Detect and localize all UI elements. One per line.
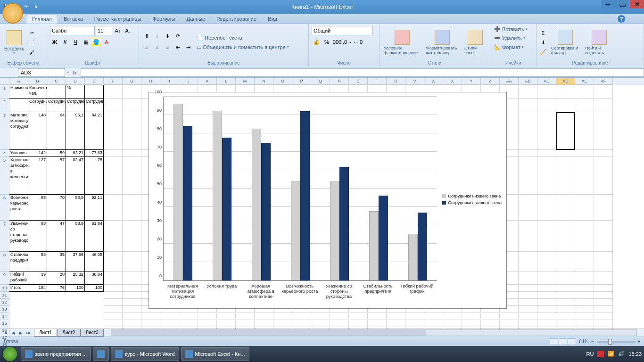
cell-B7[interactable]: 83 <box>28 221 47 252</box>
row-header-8[interactable]: 8 <box>0 252 9 272</box>
col-header-S[interactable]: S <box>349 78 368 85</box>
page-layout-button[interactable] <box>559 338 567 345</box>
cell-A2[interactable] <box>9 99 28 112</box>
find-select-button[interactable]: Найти и выделить <box>583 29 616 56</box>
col-header-H[interactable]: H <box>141 78 160 85</box>
col-header-C[interactable]: C <box>47 78 66 85</box>
maximize-button[interactable]: ▭ <box>615 0 629 8</box>
cell-E4[interactable]: 77,63 <box>85 150 104 157</box>
select-all-corner[interactable] <box>0 78 9 85</box>
row-header-1[interactable]: 1 <box>0 85 9 99</box>
qat-more-icon[interactable]: ▾ <box>32 3 40 11</box>
cell-C3[interactable]: 64 <box>47 112 66 150</box>
cell-A1[interactable]: Наименование <box>9 85 28 99</box>
col-header-AF[interactable]: AF <box>594 78 613 85</box>
cell-D7[interactable]: 53,9 <box>66 221 85 252</box>
bold-button[interactable]: Ж <box>50 38 59 46</box>
cell-E2[interactable]: Сотрудники <box>85 99 104 112</box>
tab-2[interactable]: Разметка страницы <box>89 15 147 24</box>
fill-color-icon[interactable]: 🪣 <box>91 38 101 46</box>
col-header-N[interactable]: N <box>255 78 273 85</box>
cell-D2[interactable]: Сотрудники <box>66 99 85 112</box>
cell-E10[interactable]: 100 <box>85 285 104 292</box>
col-header-F[interactable]: F <box>104 78 123 85</box>
tray-network-icon[interactable]: 📶 <box>608 351 614 357</box>
cell-C5[interactable]: 57 <box>47 157 66 195</box>
col-header-G[interactable]: G <box>123 78 141 85</box>
col-header-X[interactable]: X <box>443 78 462 85</box>
row-header-6[interactable]: 6 <box>0 195 9 221</box>
orientation-icon[interactable]: ⟳ <box>173 32 182 41</box>
minimize-button[interactable]: ─ <box>601 0 615 8</box>
row-header-15[interactable]: 15 <box>0 320 9 327</box>
align-top-icon[interactable]: ⬆ <box>142 32 151 41</box>
cell-C9[interactable]: 28 <box>47 272 66 285</box>
sheet-tab-2[interactable]: Лист3 <box>81 329 104 337</box>
col-header-A[interactable]: A <box>9 78 28 85</box>
copy-icon[interactable]: 📄 <box>27 38 37 47</box>
inc-decimal-icon[interactable]: .0→ <box>343 38 352 46</box>
cell-styles-button[interactable]: Стили ячеек <box>462 29 488 56</box>
cell-E9[interactable]: 36,84 <box>85 272 104 285</box>
underline-button[interactable]: Ч <box>71 38 80 46</box>
horizontal-scrollbar[interactable] <box>111 329 637 336</box>
format-cells-button[interactable]: 📐Формат▾ <box>492 43 534 51</box>
sheet-prev-icon[interactable]: ◀ <box>10 329 17 336</box>
indent-inc-icon[interactable]: ⇥ <box>183 43 193 52</box>
row-header-11[interactable]: 11 <box>0 292 9 299</box>
formula-input[interactable] <box>81 68 644 77</box>
sheet-last-icon[interactable]: ⏭ <box>25 329 32 336</box>
cell-B9[interactable]: 39 <box>28 272 47 285</box>
grow-font-icon[interactable]: A↑ <box>113 26 123 35</box>
cell-D6[interactable]: 53,9 <box>66 195 85 221</box>
row-header-14[interactable]: 14 <box>0 313 9 320</box>
cell-D3[interactable]: 96,1 <box>66 112 85 150</box>
font-size-combo[interactable]: 11 <box>96 26 112 35</box>
autosum-icon[interactable]: Σ <box>538 29 548 37</box>
fill-icon[interactable]: ⬇ <box>538 38 548 47</box>
col-header-J[interactable]: J <box>179 78 198 85</box>
cell-C4[interactable]: 59 <box>47 150 66 157</box>
col-header-AD[interactable]: AD <box>556 78 575 85</box>
tab-5[interactable]: Рецензирование <box>211 15 262 24</box>
cell-D9[interactable]: 25,32 <box>66 272 85 285</box>
format-table-button[interactable]: Форматировать как таблицу <box>424 29 461 56</box>
font-color-icon[interactable]: A <box>102 38 111 46</box>
col-header-K[interactable]: K <box>198 78 217 85</box>
cell-C6[interactable]: 70 <box>47 195 66 221</box>
tab-3[interactable]: Формулы <box>147 15 181 24</box>
sort-filter-button[interactable]: Сортировка и фильтр <box>549 29 582 56</box>
row-header-7[interactable]: 7 <box>0 221 9 252</box>
cell-B1[interactable]: Количество чел. <box>28 85 47 99</box>
cell-E1[interactable] <box>85 85 104 99</box>
office-button[interactable] <box>2 3 23 24</box>
col-header-O[interactable]: O <box>273 78 292 85</box>
tab-0[interactable]: Главная <box>26 15 58 24</box>
row-header-12[interactable]: 12 <box>0 299 9 306</box>
tray-clock[interactable]: 18:23 <box>628 351 642 357</box>
tray-volume-icon[interactable]: 🔊 <box>618 351 625 357</box>
cell-B8[interactable]: 58 <box>28 252 47 272</box>
cell-A9[interactable]: Гибкий рабочий график <box>9 272 28 285</box>
cell-C8[interactable]: 35 <box>47 252 66 272</box>
cell-A5[interactable]: Хорошая атмосфера в коллективе <box>9 157 28 195</box>
cell-A4[interactable]: Условия труда <box>9 150 28 157</box>
help-icon[interactable]: ? <box>618 15 625 23</box>
delete-cells-button[interactable]: ➖Удалить▾ <box>492 34 534 42</box>
format-painter-icon[interactable]: 🖌 <box>27 48 37 57</box>
sheet-tab-0[interactable]: Лист1 <box>34 329 57 337</box>
comma-icon[interactable]: 000 <box>332 38 342 46</box>
name-box[interactable]: AD3 <box>18 68 65 77</box>
sheet-next-icon[interactable]: ▶ <box>17 329 24 336</box>
dec-decimal-icon[interactable]: ←.0 <box>353 38 363 46</box>
cell-E6[interactable]: 92,11 <box>85 195 104 221</box>
taskbar-item-2[interactable]: курс - Microsoft Word <box>111 347 179 361</box>
selected-cell[interactable] <box>556 112 575 150</box>
paste-button[interactable]: Вставить ▾ <box>2 29 26 56</box>
zoom-slider[interactable] <box>597 341 635 343</box>
conditional-format-button[interactable]: Условное форматирование <box>381 29 423 56</box>
page-break-button[interactable] <box>568 338 576 345</box>
row-header-16[interactable]: 16 <box>0 327 9 334</box>
wrap-text-button[interactable]: 📄Перенос текста <box>195 34 291 42</box>
align-middle-icon[interactable]: ↕ <box>152 32 162 41</box>
